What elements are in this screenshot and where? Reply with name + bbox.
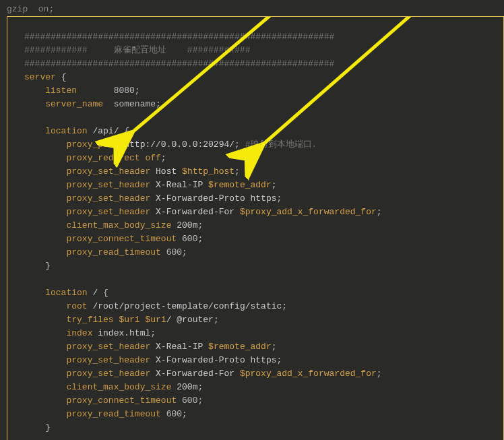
code-block-frame: ########################################… — [7, 16, 504, 440]
nginx-config-code: ########################################… — [24, 30, 503, 435]
code-fragment-top: gzip on; — [7, 3, 504, 16]
